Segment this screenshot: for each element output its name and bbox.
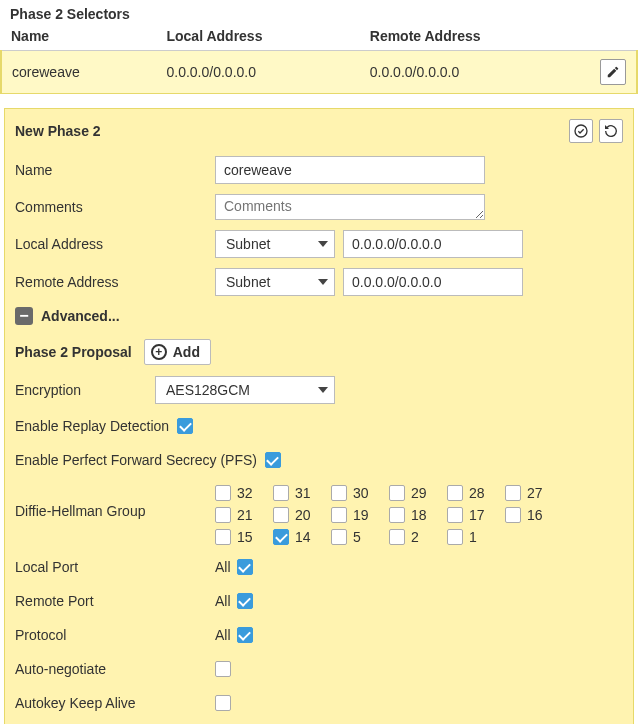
dh-label-28: 28	[469, 485, 485, 501]
dh-group-5[interactable]: 5	[331, 529, 381, 545]
local-address-label: Local Address	[15, 236, 215, 252]
dh-checkbox-1[interactable]	[447, 529, 463, 545]
dh-group-31[interactable]: 31	[273, 485, 323, 501]
dh-group-30[interactable]: 30	[331, 485, 381, 501]
dh-label-2: 2	[411, 529, 419, 545]
revert-button[interactable]	[599, 119, 623, 143]
dh-checkbox-5[interactable]	[331, 529, 347, 545]
dh-label-1: 1	[469, 529, 477, 545]
dh-checkbox-14[interactable]	[273, 529, 289, 545]
proposal-label: Phase 2 Proposal	[15, 344, 132, 360]
local-address-input[interactable]	[343, 230, 523, 258]
chevron-down-icon	[318, 279, 328, 285]
undo-icon	[603, 123, 619, 139]
dh-label-15: 15	[237, 529, 253, 545]
dh-group-29[interactable]: 29	[389, 485, 439, 501]
dh-checkbox-2[interactable]	[389, 529, 405, 545]
dh-label-19: 19	[353, 507, 369, 523]
dh-checkbox-18[interactable]	[389, 507, 405, 523]
dh-checkbox-30[interactable]	[331, 485, 347, 501]
chevron-down-icon	[318, 241, 328, 247]
dh-checkbox-16[interactable]	[505, 507, 521, 523]
advanced-toggle[interactable]: − Advanced...	[15, 301, 623, 331]
dh-checkbox-15[interactable]	[215, 529, 231, 545]
dh-label-18: 18	[411, 507, 427, 523]
new-phase2-panel: New Phase 2 Name Comments Local Address …	[4, 108, 634, 724]
edit-button[interactable]	[600, 59, 626, 85]
dh-label-27: 27	[527, 485, 543, 501]
auto-negotiate-label: Auto-negotiate	[15, 661, 215, 677]
encryption-select[interactable]: AES128GCM	[155, 376, 335, 404]
dh-checkbox-19[interactable]	[331, 507, 347, 523]
dh-group-14[interactable]: 14	[273, 529, 323, 545]
dh-label: Diffie-Hellman Group	[15, 485, 215, 519]
auto-negotiate-checkbox[interactable]	[215, 661, 231, 677]
dh-checkbox-17[interactable]	[447, 507, 463, 523]
protocol-all-checkbox[interactable]	[237, 627, 253, 643]
check-circle-icon	[573, 123, 589, 139]
comments-input[interactable]	[215, 194, 485, 220]
encryption-label: Encryption	[15, 382, 155, 398]
remote-port-all-checkbox[interactable]	[237, 593, 253, 609]
pfs-checkbox[interactable]	[265, 452, 281, 468]
dh-checkbox-27[interactable]	[505, 485, 521, 501]
chevron-down-icon	[318, 387, 328, 393]
remote-address-type-select[interactable]: Subnet	[215, 268, 335, 296]
svg-point-0	[575, 125, 587, 137]
encryption-value: AES128GCM	[166, 382, 310, 398]
col-remote: Remote Address	[360, 24, 589, 51]
dh-group-grid: 3231302928272120191817161514521	[215, 485, 575, 545]
dh-group-2[interactable]: 2	[389, 529, 439, 545]
cell-name: coreweave	[1, 51, 156, 94]
add-button[interactable]: + Add	[144, 339, 211, 365]
dh-label-16: 16	[527, 507, 543, 523]
remote-address-label: Remote Address	[15, 274, 215, 290]
panel-title: New Phase 2	[15, 123, 563, 139]
col-name: Name	[1, 24, 156, 51]
dh-group-19[interactable]: 19	[331, 507, 381, 523]
confirm-button[interactable]	[569, 119, 593, 143]
local-address-type-value: Subnet	[226, 236, 310, 252]
name-label: Name	[15, 162, 215, 178]
replay-checkbox[interactable]	[177, 418, 193, 434]
local-port-all-checkbox[interactable]	[237, 559, 253, 575]
remote-address-type-value: Subnet	[226, 274, 310, 290]
dh-group-28[interactable]: 28	[447, 485, 497, 501]
autokey-checkbox[interactable]	[215, 695, 231, 711]
remote-address-input[interactable]	[343, 268, 523, 296]
dh-label-29: 29	[411, 485, 427, 501]
comments-label: Comments	[15, 199, 215, 215]
dh-group-1[interactable]: 1	[447, 529, 497, 545]
pencil-icon	[606, 65, 620, 79]
dh-group-17[interactable]: 17	[447, 507, 497, 523]
remote-port-label: Remote Port	[15, 593, 215, 609]
dh-checkbox-28[interactable]	[447, 485, 463, 501]
pfs-label: Enable Perfect Forward Secrecy (PFS)	[15, 452, 257, 468]
table-row[interactable]: coreweave 0.0.0.0/0.0.0.0 0.0.0.0/0.0.0.…	[1, 51, 637, 94]
dh-group-32[interactable]: 32	[215, 485, 265, 501]
dh-group-20[interactable]: 20	[273, 507, 323, 523]
protocol-label: Protocol	[15, 627, 215, 643]
selectors-title: Phase 2 Selectors	[0, 0, 638, 24]
dh-group-18[interactable]: 18	[389, 507, 439, 523]
dh-group-16[interactable]: 16	[505, 507, 555, 523]
dh-label-17: 17	[469, 507, 485, 523]
dh-group-21[interactable]: 21	[215, 507, 265, 523]
dh-checkbox-32[interactable]	[215, 485, 231, 501]
dh-group-27[interactable]: 27	[505, 485, 555, 501]
dh-label-5: 5	[353, 529, 361, 545]
dh-checkbox-20[interactable]	[273, 507, 289, 523]
remote-port-all-label: All	[215, 593, 231, 609]
local-port-label: Local Port	[15, 559, 215, 575]
selectors-table: Name Local Address Remote Address corewe…	[0, 24, 638, 94]
dh-label-32: 32	[237, 485, 253, 501]
add-label: Add	[173, 344, 200, 360]
name-input[interactable]	[215, 156, 485, 184]
dh-checkbox-29[interactable]	[389, 485, 405, 501]
dh-label-30: 30	[353, 485, 369, 501]
dh-group-15[interactable]: 15	[215, 529, 265, 545]
dh-checkbox-31[interactable]	[273, 485, 289, 501]
autokey-label: Autokey Keep Alive	[15, 695, 215, 711]
local-address-type-select[interactable]: Subnet	[215, 230, 335, 258]
dh-checkbox-21[interactable]	[215, 507, 231, 523]
